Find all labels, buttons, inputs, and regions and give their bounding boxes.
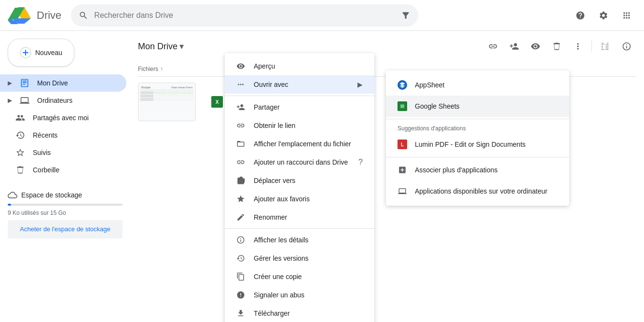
sidebar-item-mon-drive[interactable]: ▶ Mon Drive xyxy=(0,74,126,92)
menu-item-ajouter-favoris-label: Ajouter aux favoris xyxy=(254,195,310,203)
link-menu-icon xyxy=(236,121,246,130)
xlsx-file-icon: X xyxy=(211,96,223,108)
sidebar-item-label-recents: Récents xyxy=(33,131,57,139)
menu-item-telecharger[interactable]: Télécharger xyxy=(225,304,374,322)
menu-item-apercu-label: Aperçu xyxy=(254,62,275,70)
search-bar[interactable] xyxy=(71,4,418,27)
menu-item-telecharger-label: Télécharger xyxy=(254,309,290,317)
menu-item-afficher-details[interactable]: Afficher les détails xyxy=(225,231,374,249)
files-column-header: Fichiers ↑ xyxy=(138,66,163,72)
eye-menu-icon xyxy=(236,62,246,70)
apps-menu-icon xyxy=(236,80,246,89)
menu-item-apercu[interactable]: Aperçu xyxy=(225,57,374,75)
svg-rect-12 xyxy=(401,107,404,108)
sort-arrow-icon: ↑ xyxy=(160,66,163,72)
sub-menu-item-appsheet[interactable]: AppSheet xyxy=(386,74,569,96)
history-menu-icon xyxy=(236,254,246,263)
settings-button[interactable] xyxy=(594,6,613,25)
sub-menu-item-ordinateur-apps[interactable]: Applications disponibles sur votre ordin… xyxy=(386,181,569,202)
grid-view-button[interactable] xyxy=(596,37,615,56)
sidebar-item-partages[interactable]: Partagés avec moi xyxy=(0,109,126,126)
delete-button[interactable] xyxy=(547,37,566,56)
sidebar-item-recents[interactable]: Récents xyxy=(0,126,126,144)
divider xyxy=(591,41,592,52)
menu-item-creer-copie-label: Créer une copie xyxy=(254,273,302,280)
menu-item-renommer[interactable]: Renommer xyxy=(225,208,374,226)
info-menu-icon xyxy=(236,236,246,244)
menu-item-ajouter-raccourci[interactable]: Ajouter un raccourci dans Drive ? xyxy=(225,153,374,171)
menu-item-creer-copie[interactable]: Créer une copie xyxy=(225,267,374,286)
svg-rect-11 xyxy=(401,106,404,107)
plus-icon xyxy=(20,47,31,58)
search-input[interactable] xyxy=(94,11,395,20)
submenu-arrow-icon: ▶ xyxy=(357,81,363,88)
storage-text: 9 Ko utilisés sur 15 Go xyxy=(8,210,123,216)
menu-item-ouvrir-avec[interactable]: Ouvrir avec ▶ xyxy=(225,75,374,94)
new-button[interactable]: Nouveau xyxy=(8,39,74,67)
computer-icon xyxy=(20,96,29,105)
help-button[interactable] xyxy=(571,6,590,25)
breadcrumb-title: Mon Drive xyxy=(138,42,178,52)
storage-label: Espace de stockage xyxy=(21,191,82,199)
expand-icon-ordi: ▶ xyxy=(8,97,12,104)
sub-menu-ouvrir-avec: AppSheet Google Sheets Suggestions d'app… xyxy=(386,70,569,206)
star-icon xyxy=(15,148,25,157)
folder-menu-icon xyxy=(236,140,246,148)
menu-item-deplacer-vers[interactable]: Déplacer vers xyxy=(225,171,374,190)
history-icon xyxy=(15,130,25,140)
preview-button[interactable] xyxy=(526,37,545,56)
sidebar-item-ordinateurs[interactable]: ▶ Ordinateurs xyxy=(0,92,126,109)
more-button[interactable] xyxy=(568,37,588,56)
sub-menu-item-appsheet-label: AppSheet xyxy=(415,81,445,89)
add-person-button[interactable] xyxy=(505,37,524,56)
drive-icon xyxy=(20,78,29,88)
breadcrumb: Mon Drive ▾ xyxy=(138,41,184,52)
menu-item-signaler-abus-label: Signaler un abus xyxy=(254,291,304,299)
google-sheets-icon xyxy=(397,101,407,111)
star-menu-icon xyxy=(236,195,246,203)
sub-menu-item-lumin-label: Lumin PDF - Edit or Sign Documents xyxy=(415,140,526,148)
sidebar-item-label-mon-drive: Mon Drive xyxy=(37,79,68,87)
people-icon xyxy=(15,113,25,123)
sub-menu-suggestions-title: Suggestions d'applications xyxy=(386,121,569,134)
filter-icon[interactable] xyxy=(401,11,411,20)
sub-menu-item-google-sheets-label: Google Sheets xyxy=(415,102,460,110)
sub-menu-item-lumin[interactable]: L Lumin PDF - Edit or Sign Documents xyxy=(386,134,569,155)
sub-menu-item-associer[interactable]: Associer plus d'applications xyxy=(386,159,569,181)
menu-item-obtenir-lien[interactable]: Obtenir le lien xyxy=(225,116,374,135)
sub-menu-item-google-sheets[interactable]: Google Sheets xyxy=(386,96,569,117)
shortcut-menu-icon xyxy=(236,158,246,167)
apps-button[interactable] xyxy=(617,6,636,25)
download-menu-icon xyxy=(236,309,246,318)
header: Drive xyxy=(0,0,644,31)
appsheet-icon xyxy=(397,80,407,90)
menu-item-ajouter-raccourci-label: Ajouter un raccourci dans Drive xyxy=(254,158,348,166)
storage-section: Espace de stockage 9 Ko utilisés sur 15 … xyxy=(0,182,130,246)
link-button[interactable] xyxy=(483,37,503,56)
file-thumbnail: Budget Fast move Form xyxy=(138,83,196,121)
trash-sidebar-icon xyxy=(15,165,25,175)
sidebar-item-label-corbeille: Corbeille xyxy=(33,166,59,174)
menu-item-gerer-versions[interactable]: Gérer les versions xyxy=(225,249,374,267)
person-add-menu-icon xyxy=(236,103,246,112)
sidebar-item-label-partages: Partagés avec moi xyxy=(33,114,89,122)
context-menu: Aperçu Ouvrir avec ▶ Partager Obtenir le… xyxy=(225,53,374,322)
sidebar-item-suivis[interactable]: Suivis xyxy=(0,144,126,161)
move-menu-icon xyxy=(236,176,246,185)
sidebar-item-corbeille[interactable]: Corbeille xyxy=(0,161,126,179)
menu-item-partager-label: Partager xyxy=(254,103,280,111)
plus-sub-icon xyxy=(397,165,407,175)
menu-item-deplacer-vers-label: Déplacer vers xyxy=(254,177,295,184)
menu-item-ajouter-favoris[interactable]: Ajouter aux favoris xyxy=(225,190,374,208)
menu-item-afficher-emplacement[interactable]: Afficher l'emplacement du fichier xyxy=(225,135,374,153)
buy-storage-button[interactable]: Acheter de l'espace de stockage xyxy=(8,220,123,238)
info-button[interactable] xyxy=(617,37,636,56)
copy-menu-icon xyxy=(236,272,246,281)
expand-icon: ▶ xyxy=(8,80,12,86)
menu-item-partager[interactable]: Partager xyxy=(225,98,374,116)
sidebar-item-label-ordinateurs: Ordinateurs xyxy=(37,97,72,104)
menu-item-signaler-abus[interactable]: Signaler un abus xyxy=(225,286,374,304)
menu-divider-2 xyxy=(225,228,374,229)
menu-item-afficher-emplacement-label: Afficher l'emplacement du fichier xyxy=(254,140,351,148)
main-header: Mon Drive ▾ xyxy=(138,31,636,62)
